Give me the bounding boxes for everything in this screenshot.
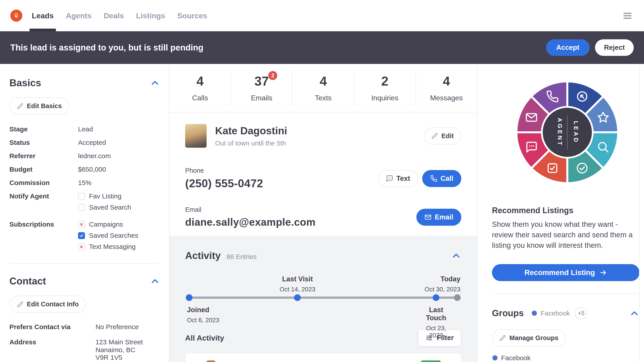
- wheel-lead-label: LEAD: [573, 121, 580, 144]
- checkbox-label: Saved Search: [89, 204, 131, 211]
- email-button[interactable]: Email: [416, 209, 461, 226]
- stat-value: 4: [443, 75, 450, 88]
- lead-profile: Kate Dagostini Out of town until the 5th…: [170, 112, 477, 160]
- checkbox-option[interactable]: Campaigns: [78, 221, 160, 228]
- field-label: Referrer: [10, 152, 78, 160]
- chat-bubble-icon: [386, 175, 393, 182]
- activity-title: Activity: [185, 250, 221, 261]
- email-value: diane.sally@example.com: [185, 216, 316, 228]
- activity-section: Activity 86 Entries JoinedOct 6, 2023Las…: [170, 236, 477, 362]
- activity-entry[interactable]: Carla Crawford sent a Text Message 13 JU…: [194, 361, 452, 362]
- arrow-right-icon: [600, 269, 607, 276]
- contact-collapse-button[interactable]: [150, 277, 160, 285]
- checkbox-unchecked[interactable]: [78, 193, 85, 200]
- recommend-listings-body: Show them you know what they want - revi…: [492, 219, 639, 251]
- edit-basics-button[interactable]: Edit Basics: [10, 97, 69, 115]
- checkbox-label: Campaigns: [89, 221, 123, 228]
- stat-calls[interactable]: 4Calls: [170, 71, 231, 106]
- checkbox-checked[interactable]: [78, 232, 85, 239]
- pencil-icon: [17, 103, 23, 109]
- call-button[interactable]: Call: [422, 170, 461, 187]
- unread-badge: 2: [268, 71, 277, 80]
- field-value: ledner.com: [78, 152, 160, 160]
- timeline-point-date: Oct 30, 2023: [425, 286, 460, 293]
- divider: [492, 294, 640, 294]
- basics-collapse-button[interactable]: [150, 79, 160, 87]
- pending-lead-banner: This lead is assigned to you, but is sti…: [0, 31, 644, 64]
- timeline-label-joined: JoinedOct 6, 2023: [187, 306, 219, 324]
- pencil-icon: [17, 301, 23, 308]
- stat-label: Emails: [251, 94, 272, 102]
- text-button[interactable]: Text: [378, 170, 418, 187]
- checkbox-unchecked[interactable]: [78, 204, 85, 211]
- timeline-point-title: Joined: [187, 306, 219, 314]
- checkbox-option[interactable]: Saved Search: [78, 204, 160, 211]
- field-label: Commission: [10, 179, 78, 187]
- stat-messages[interactable]: 4Messages: [416, 71, 477, 106]
- stat-texts[interactable]: 4Texts: [293, 71, 354, 106]
- group-color-dot: [532, 311, 537, 316]
- checkbox-option[interactable]: Text Messaging: [78, 243, 160, 251]
- timeline-dot-today[interactable]: [454, 294, 461, 301]
- timeline-label-last-visit: Last VisitOct 14, 2023: [280, 275, 315, 293]
- activity-collapse-button[interactable]: [451, 252, 461, 259]
- stat-emails[interactable]: 372Emails: [231, 71, 292, 106]
- agent-lead-wheel-svg: AGENTLEAD: [514, 78, 621, 186]
- activity-entries-count: 86 Entries: [226, 253, 257, 261]
- address-line: V9R 1V5: [96, 354, 160, 362]
- address-line: Nanaimo, BC: [96, 346, 160, 354]
- edit-contact-info-button[interactable]: Edit Contact Info: [10, 296, 86, 313]
- timeline-track: [189, 297, 457, 299]
- timeline-dot-last-touch[interactable]: [433, 294, 440, 301]
- checkbox-option[interactable]: Saved Searches: [78, 232, 160, 239]
- groups-more-badge[interactable]: +5: [575, 307, 588, 320]
- checkbox-crossed[interactable]: [78, 243, 85, 250]
- groups-collapse-button[interactable]: [629, 310, 640, 317]
- checkbox-label: Fav Listing: [89, 192, 122, 200]
- stat-value: 2: [381, 75, 388, 88]
- field-value: Accepted: [78, 139, 160, 146]
- stats-row: 4Calls372Emails4Texts2Inquiries4Messages: [170, 64, 477, 112]
- recommend-listings-title: Recommend Listings: [492, 206, 639, 215]
- hamburger-menu-icon[interactable]: [621, 10, 634, 21]
- accept-button[interactable]: Accept: [546, 39, 590, 56]
- timeline-label-last-touch: Last TouchOct 23, 2023: [426, 306, 447, 339]
- timeline-point-date: Oct 23, 2023: [426, 325, 447, 339]
- nav-item-agents[interactable]: Agents: [65, 0, 92, 31]
- field-value: $650,000: [78, 166, 160, 173]
- timeline-point-date: Oct 14, 2023: [280, 286, 315, 293]
- checkbox-option[interactable]: Fav Listing: [78, 192, 160, 200]
- field-label: Status: [10, 139, 78, 146]
- edit-profile-button[interactable]: Edit: [424, 127, 461, 145]
- checkbox-group: CampaignsSaved SearchesText Messaging: [78, 221, 160, 254]
- basics-section-title: Basics: [10, 77, 41, 88]
- phone-value: (250) 555-0472: [185, 177, 263, 190]
- flame-logo: [10, 9, 22, 22]
- address-label: Address: [10, 338, 96, 346]
- nav-item-leads[interactable]: Leads: [31, 0, 54, 31]
- nav-item-deals[interactable]: Deals: [103, 0, 124, 31]
- checkbox-crossed[interactable]: [78, 221, 85, 228]
- reject-button[interactable]: Reject: [595, 39, 634, 56]
- field-value: 15%: [78, 179, 160, 187]
- manage-groups-button[interactable]: Manage Groups: [492, 329, 566, 347]
- group-list-item[interactable]: Facebook: [492, 354, 639, 362]
- field-label: Notify Agent: [10, 192, 78, 200]
- pencil-icon: [432, 133, 438, 139]
- address-line: 123 Main Street: [96, 338, 160, 346]
- timeline-dot-joined[interactable]: [186, 294, 192, 301]
- timeline-dot-last-visit[interactable]: [294, 294, 301, 301]
- activity-list-card: Carla Crawford sent a Text Message 13 JU…: [185, 353, 461, 362]
- field-label: Budget: [10, 166, 78, 173]
- stat-label: Texts: [315, 94, 332, 102]
- nav-item-listings[interactable]: Listings: [136, 0, 166, 31]
- recommend-listing-button[interactable]: Recommend Listing: [492, 264, 640, 281]
- stat-inquiries[interactable]: 2Inquiries: [354, 71, 416, 106]
- timeline-point-date: Oct 6, 2023: [187, 317, 219, 324]
- email-row: Email diane.sally@example.com Email: [170, 195, 477, 236]
- nav-item-sources[interactable]: Sources: [177, 0, 208, 31]
- pencil-icon: [500, 335, 506, 341]
- stat-value: 372: [254, 75, 269, 88]
- field-value: Lead: [78, 125, 160, 133]
- scrollbar-track[interactable]: [639, 64, 640, 362]
